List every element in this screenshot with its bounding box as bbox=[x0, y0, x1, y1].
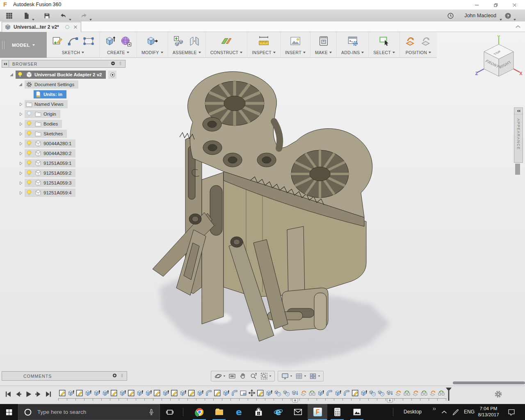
action-center-icon[interactable] bbox=[507, 408, 516, 417]
timeline-feature-rigid[interactable] bbox=[438, 389, 445, 397]
windows-ink-pen-icon[interactable] bbox=[451, 408, 460, 417]
browser-item-chip[interactable]: 90044A280:2 bbox=[25, 149, 75, 158]
timeline-feature-extrude[interactable] bbox=[360, 389, 368, 397]
fit-view-button[interactable] bbox=[259, 372, 273, 380]
timeline-feature-sketch[interactable] bbox=[110, 389, 118, 397]
revert-position-icon[interactable] bbox=[420, 35, 432, 47]
expand-arrow-icon[interactable] bbox=[16, 179, 25, 187]
browser-item-chip[interactable]: 91251A059:4 bbox=[25, 189, 75, 197]
timeline-feature-extrude[interactable] bbox=[136, 389, 144, 397]
viewports-button[interactable] bbox=[308, 372, 322, 380]
timeline-feature-fillet[interactable] bbox=[343, 389, 350, 397]
browser-item-91251a059-2[interactable]: 91251A059:2 bbox=[2, 168, 127, 178]
browser-item-universal-buckle-adapter-2-v2[interactable]: Universal Buckle Adapter 2 v2 bbox=[2, 70, 127, 80]
collapse-panel-icon[interactable] bbox=[2, 61, 9, 67]
ribbon-menu-modify[interactable]: MODIFY bbox=[142, 50, 163, 55]
expand-arrow-icon[interactable] bbox=[16, 100, 25, 108]
browser-item-90044a280-2[interactable]: 90044A280:2 bbox=[2, 148, 127, 158]
timeline-feature-circular[interactable] bbox=[274, 389, 281, 397]
look-at-button[interactable] bbox=[227, 372, 237, 380]
clock-tray[interactable]: 7:04 PM 8/13/2017 bbox=[476, 406, 501, 418]
save-button[interactable] bbox=[42, 11, 52, 20]
ribbon-menu-addins[interactable]: ADD-INS bbox=[341, 50, 364, 55]
grid-settings-button[interactable] bbox=[294, 372, 308, 380]
tray-overflow-chevron-icon[interactable] bbox=[432, 407, 437, 411]
expand-arrow-icon[interactable] bbox=[16, 139, 25, 148]
visibility-bulb-icon[interactable] bbox=[16, 71, 24, 78]
timeline-feature-sketch[interactable] bbox=[352, 389, 359, 397]
taskbar-app-mail[interactable] bbox=[288, 404, 308, 420]
search-input[interactable]: Type here to search bbox=[18, 404, 160, 420]
appearance-panel-collapsed[interactable]: APPEARANCE bbox=[514, 107, 523, 163]
browser-item-91251a059-3[interactable]: 91251A059:3 bbox=[2, 178, 127, 188]
tab-close-icon[interactable] bbox=[73, 24, 78, 30]
visibility-bulb-icon[interactable] bbox=[25, 160, 33, 167]
timeline-feature-insert[interactable] bbox=[291, 389, 299, 397]
browser-item-bodies[interactable]: Bodies bbox=[2, 119, 127, 129]
browser-item-chip[interactable]: Sketches bbox=[25, 130, 67, 138]
position-icon[interactable] bbox=[404, 35, 417, 47]
help-button[interactable]: ? bbox=[503, 11, 513, 20]
task-view-button[interactable] bbox=[161, 404, 179, 420]
timeline-feature-extrude[interactable] bbox=[222, 389, 230, 397]
workspace-switcher[interactable]: MODEL bbox=[0, 32, 47, 58]
timeline-feature-insert[interactable] bbox=[386, 389, 393, 397]
timeline-feature-rigid[interactable] bbox=[308, 389, 316, 397]
timeline-feature-extrude[interactable] bbox=[162, 389, 169, 397]
construct-plane-icon[interactable] bbox=[220, 35, 233, 47]
browser-item-90044a280-1[interactable]: 90044A280:1 bbox=[2, 139, 127, 148]
timeline-feature-sketch[interactable] bbox=[76, 389, 83, 397]
timeline-feature-sketch[interactable] bbox=[257, 389, 264, 397]
visibility-bulb-icon[interactable] bbox=[25, 150, 33, 157]
comments-grip-icon[interactable] bbox=[119, 373, 126, 379]
ribbon-menu-sketch[interactable]: SKETCH bbox=[62, 50, 84, 55]
form-icon[interactable] bbox=[120, 35, 132, 47]
browser-item-units-in[interactable]: Units: in bbox=[2, 89, 127, 99]
browser-item-chip[interactable]: Document Settings bbox=[25, 80, 78, 89]
browser-item-chip[interactable]: Origin bbox=[25, 110, 60, 118]
scripts-addins-icon[interactable] bbox=[347, 35, 359, 47]
expand-arrow-icon[interactable] bbox=[16, 120, 25, 128]
timeline-feature-sketch[interactable] bbox=[59, 389, 66, 397]
timeline-step-forward-button[interactable] bbox=[34, 390, 43, 399]
new-component-icon[interactable] bbox=[173, 35, 185, 47]
minimize-button[interactable] bbox=[468, 0, 486, 10]
sync-status-icon[interactable] bbox=[64, 24, 70, 30]
timeline-feature-rigid[interactable] bbox=[420, 389, 428, 397]
timeline-feature-circular[interactable] bbox=[377, 389, 385, 397]
timeline-feature-fillet[interactable] bbox=[326, 389, 333, 397]
taskbar-app-store[interactable] bbox=[249, 404, 268, 420]
taskbar-app-fusion-360[interactable]: F bbox=[308, 404, 327, 420]
browser-item-91251a059-4[interactable]: 91251A059:4 bbox=[2, 188, 127, 198]
browser-item-chip[interactable]: Universal Buckle Adapter 2 v2 bbox=[16, 71, 106, 79]
ribbon-menu-insert[interactable]: INSERT bbox=[285, 50, 306, 55]
job-status-clock-icon[interactable] bbox=[445, 11, 455, 20]
ribbon-menu-position[interactable]: POSITION bbox=[406, 50, 431, 55]
timeline-step-back-button[interactable] bbox=[14, 390, 23, 399]
visibility-bulb-icon[interactable] bbox=[25, 189, 33, 196]
visibility-bulb-icon[interactable] bbox=[25, 169, 33, 177]
timeline-feature-rigid[interactable] bbox=[403, 389, 411, 397]
timeline-feature-box[interactable] bbox=[240, 389, 247, 397]
insert-image-icon[interactable] bbox=[289, 35, 301, 47]
timeline-feature-extrude[interactable] bbox=[317, 389, 324, 397]
browser-item-chip[interactable]: Bodies bbox=[25, 120, 62, 128]
timeline-go-to-end-button[interactable] bbox=[44, 390, 53, 399]
ribbon-menu-select[interactable]: SELECT bbox=[373, 50, 395, 55]
show-hidden-icons-chevron[interactable] bbox=[440, 408, 449, 417]
timeline-settings-gear-icon[interactable] bbox=[494, 390, 503, 399]
timeline-feature-joint[interactable] bbox=[429, 389, 436, 397]
undo-button[interactable] bbox=[58, 11, 68, 20]
browser-item-chip[interactable]: 90044A280:1 bbox=[25, 139, 75, 148]
timeline-feature-extrude[interactable] bbox=[102, 389, 109, 397]
taskbar-app-photos[interactable] bbox=[347, 404, 367, 420]
ribbon-menu-assemble[interactable]: ASSEMBLE bbox=[173, 50, 201, 55]
taskbar-app-internet-explorer[interactable]: e bbox=[268, 404, 288, 420]
restore-button[interactable] bbox=[486, 0, 505, 10]
collapse-arrow-icon[interactable] bbox=[7, 71, 16, 79]
visibility-bulb-icon[interactable] bbox=[25, 140, 33, 147]
start-button[interactable] bbox=[0, 404, 18, 420]
taskbar-app-file-explorer[interactable] bbox=[209, 404, 229, 420]
timeline-feature-move[interactable] bbox=[248, 389, 256, 397]
browser-item-chip[interactable]: 91251A059:3 bbox=[25, 179, 75, 187]
